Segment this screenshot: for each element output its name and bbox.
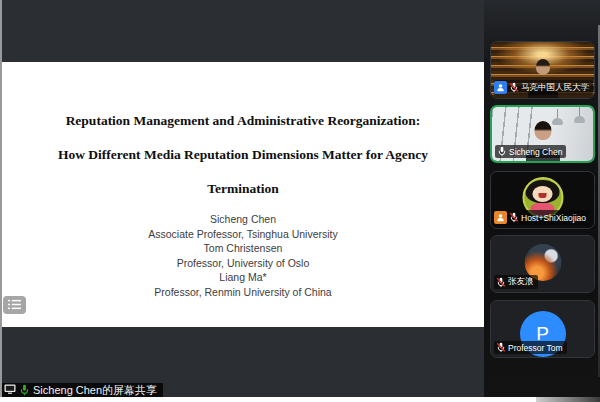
participant-name-tag: 马亮中国人民大学 (494, 80, 593, 95)
participant-name-tag: Sicheng Chen (495, 145, 566, 158)
author-line: Associate Professor, Tsinghua University (2, 227, 484, 242)
presenter-mic-icon (19, 384, 30, 398)
participant-name-tag: Professor Tom (494, 341, 567, 354)
slide-title-line: Reputation Management and Administrative… (2, 104, 484, 138)
slide-title-line: How Different Media Reputation Dimension… (2, 138, 484, 172)
participant-tile-professor-tom[interactable]: P Professor Tom (490, 300, 595, 358)
mic-muted-icon (509, 82, 519, 93)
participant-name: Professor Tom (508, 343, 563, 353)
window-bottom-edge-shadow (536, 397, 600, 402)
participant-name: 张友浪 (508, 276, 534, 288)
mic-muted-icon (496, 277, 506, 288)
window-bottom-edge (0, 397, 600, 402)
share-banner: Sicheng Chen的屏幕共享 (2, 383, 163, 398)
participant-tile-ma-liang[interactable]: 马亮中国人民大学 (490, 41, 595, 99)
participant-name: Sicheng Chen (509, 147, 562, 157)
participant-tile-sicheng-chen[interactable]: Sicheng Chen (490, 105, 595, 163)
outline-panel-toggle-button[interactable] (3, 296, 26, 314)
host-badge-icon (494, 211, 507, 224)
slide-title-line: Termination (2, 172, 484, 206)
participant-name-tag: Host+ShiXiaojiao (494, 210, 590, 225)
participants-sidebar: 马亮中国人民大学 Sicheng Chen (484, 0, 600, 397)
author-line: Tom Christensen (2, 241, 484, 256)
participant-name: 马亮中国人民大学 (521, 82, 589, 94)
participant-name-tag: 张友浪 (494, 275, 538, 289)
author-line: Sicheng Chen (2, 212, 484, 227)
participant-tile-host-shixiaojiao[interactable]: Host+ShiXiaojiao (490, 171, 595, 229)
screen-share-area: Reputation Management and Administrative… (0, 0, 484, 397)
mic-muted-icon (496, 342, 506, 353)
participant-tile-zhang-youlang[interactable]: 张友浪 (490, 235, 595, 293)
mic-on-icon (497, 146, 507, 157)
share-banner-label: Sicheng Chen的屏幕共享 (33, 383, 157, 398)
screen-share-monitor-icon (4, 384, 16, 397)
mic-muted-icon (509, 212, 519, 223)
slide-title: Reputation Management and Administrative… (2, 104, 484, 206)
list-icon (7, 296, 22, 314)
co-host-badge-icon (494, 81, 507, 94)
author-line: Professor, University of Oslo (2, 256, 484, 271)
slide-authors: Sicheng Chen Associate Professor, Tsingh… (2, 212, 484, 299)
meeting-window: Reputation Management and Administrative… (0, 0, 600, 402)
author-line: Professor, Renmin University of China (2, 285, 484, 300)
presentation-slide: Reputation Management and Administrative… (2, 62, 484, 327)
participant-name: Host+ShiXiaojiao (521, 213, 586, 223)
author-line: Liang Ma* (2, 270, 484, 285)
